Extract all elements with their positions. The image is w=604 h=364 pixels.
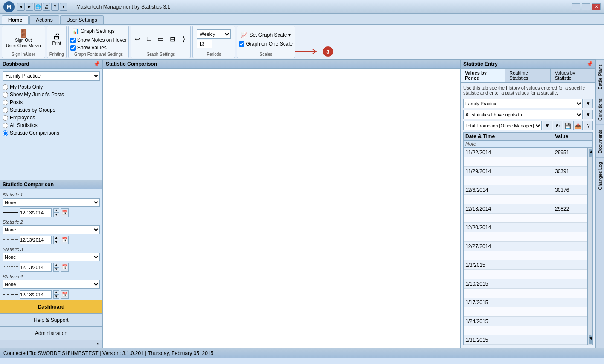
row-value (553, 227, 587, 228)
tab-conditions[interactable]: Conditions (596, 94, 604, 125)
graph-icon-btn-5[interactable]: ⟩ (179, 34, 189, 44)
table-row: 1/24/2015 (464, 317, 587, 326)
periods-number[interactable] (197, 40, 212, 48)
sign-out-button[interactable]: 🚪 Sign Out User: Chris Melvin (4, 28, 43, 49)
sidebar-pin-icon[interactable]: 📌 (93, 61, 100, 67)
table-row: 11/22/2014 29951 (464, 148, 587, 157)
radio-employees[interactable]: Employees (3, 114, 100, 121)
stat2-spin-up[interactable]: ▲ (53, 236, 59, 240)
dashboard-button[interactable]: Dashboard (0, 300, 102, 313)
tab-user-settings[interactable]: User Settings (60, 15, 104, 24)
right-table-body: 11/22/2014 29951 11/29/2014 30391 (463, 148, 593, 345)
globe-btn[interactable]: 🌐 (34, 3, 42, 11)
stat1-dropdown[interactable]: None (3, 198, 100, 207)
minimize-button[interactable]: — (572, 3, 580, 10)
right-total-promotion-dropdown[interactable]: Total Promotion [Office Manager] (463, 121, 542, 130)
maximize-button[interactable]: □ (582, 3, 590, 10)
print-button[interactable]: 🖨 Print (49, 31, 64, 47)
radio-statistics-by-groups[interactable]: Statistics by Groups (3, 106, 100, 114)
graph-icon-btn-3[interactable]: ▭ (155, 34, 166, 44)
right-export-button[interactable]: 📤 (573, 121, 583, 130)
table-row (464, 307, 587, 317)
right-description: Use this tab see the history of values e… (463, 85, 593, 95)
stat1-row: ▲ ▼ 📅 (3, 208, 100, 217)
stat4-date[interactable] (20, 290, 52, 299)
stat1-spin-up[interactable]: ▲ (53, 208, 59, 213)
row-value (553, 302, 587, 303)
set-graph-scale-button[interactable]: 📈 Set Graph Scale ▾ (239, 31, 293, 39)
ribbon-group-periods-items: Weekly Monthly Yearly (197, 27, 231, 51)
right-refresh-button[interactable]: ↻ (553, 121, 562, 130)
print-btn[interactable]: 🖨 (43, 3, 50, 11)
expand-button[interactable]: » (0, 340, 102, 348)
tab-battle-plans[interactable]: Battle Plans (596, 60, 604, 94)
radio-my-posts-only[interactable]: My Posts Only (3, 83, 100, 91)
graph-icon-btn-1[interactable]: ↩ (133, 34, 142, 44)
radio-statistics-by-groups-label: Statistics by Groups (10, 107, 55, 113)
scrollbar-up[interactable]: ▲ (589, 149, 592, 157)
right-scrollbar[interactable]: ▲ ▼ (587, 148, 592, 345)
close-button[interactable]: ✕ (592, 3, 601, 10)
back-btn[interactable]: ◄ (17, 3, 25, 11)
right-practice-dropdown-arrow[interactable]: ▼ (584, 99, 593, 108)
administration-button[interactable]: Administration (0, 326, 102, 340)
tab-values-by-period[interactable]: Values by Period (461, 69, 505, 82)
right-stats-rights-dropdown[interactable]: All statistics I have rights to (463, 110, 583, 119)
stat3-calendar[interactable]: 📅 (61, 263, 69, 272)
menu-btn[interactable]: ▼ (60, 3, 67, 11)
tab-actions[interactable]: Actions (29, 15, 59, 24)
stat4-spin-up[interactable]: ▲ (53, 290, 59, 295)
stat2-dropdown[interactable]: None (3, 225, 100, 234)
stat2-spin-down[interactable]: ▼ (53, 240, 59, 244)
stat3-date[interactable] (20, 263, 52, 272)
periods-dropdown[interactable]: Weekly Monthly Yearly (197, 29, 231, 39)
stat3-spin-down[interactable]: ▼ (53, 267, 59, 272)
tab-home[interactable]: Home (2, 15, 29, 24)
stat4-spin-down[interactable]: ▼ (53, 295, 59, 299)
graph-settings-button[interactable]: 📊 Graph Settings (70, 27, 117, 35)
radio-all-statistics[interactable]: All Statistics (3, 121, 100, 129)
show-notes-check[interactable]: Show Notes on Hover (70, 37, 127, 43)
radio-posts[interactable]: Posts (3, 98, 100, 106)
right-sidebar-pin[interactable]: 📌 (587, 61, 593, 67)
right-save-button[interactable]: 💾 (563, 121, 572, 130)
stat4-spin[interactable]: ▲ ▼ (53, 290, 59, 299)
right-practice-dropdown[interactable]: Family Practice (463, 99, 583, 108)
ribbon: 🚪 Sign Out User: Chris Melvin Sign In/Us… (0, 25, 604, 60)
stat2-date[interactable] (20, 236, 52, 244)
right-total-dropdown-arrow[interactable]: ▼ (543, 121, 552, 130)
graph-icon-btn-4[interactable]: ⊟ (168, 34, 177, 44)
tab-realtime-statistics[interactable]: Realtime Statistics (505, 69, 551, 82)
stat3-spin[interactable]: ▲ ▼ (53, 263, 59, 272)
show-values-check[interactable]: Show Values (70, 45, 107, 51)
statistic-comparison-title: Statistic Comparison (0, 180, 102, 189)
graph-icon-btn-2[interactable]: □ (144, 34, 154, 44)
right-stats-rights-dropdown-arrow[interactable]: ▼ (584, 110, 593, 119)
status-bar: Connected To: SWORDFISH\HMBSTEST | Versi… (0, 348, 604, 358)
stat1-date[interactable] (20, 208, 52, 217)
graph-one-scale-check[interactable]: Graph on One Scale (239, 41, 292, 47)
stat3-spin-up[interactable]: ▲ (53, 263, 59, 267)
scrollbar-space (587, 133, 592, 140)
practice-dropdown[interactable]: Family Practice (3, 71, 100, 81)
stat2-calendar[interactable]: 📅 (61, 236, 69, 244)
help-support-button[interactable]: Help & Support (0, 313, 102, 326)
radio-show-my-juniors[interactable]: Show My Junior's Posts (3, 91, 100, 98)
scrollbar-down[interactable]: ▼ (589, 335, 592, 344)
stat2-spin[interactable]: ▲ ▼ (53, 236, 59, 244)
fwd-btn[interactable]: ► (26, 3, 33, 11)
tab-documents[interactable]: Documents (596, 125, 604, 158)
stat1-calendar[interactable]: 📅 (61, 208, 69, 217)
stat1-spin-down[interactable]: ▼ (53, 213, 59, 217)
radio-statistic-comparisons[interactable]: Statistic Comparisons 1 (3, 129, 100, 137)
stat1-spin[interactable]: ▲ ▼ (53, 208, 59, 217)
help-btn[interactable]: ? (51, 3, 59, 11)
stat4-calendar[interactable]: 📅 (61, 290, 69, 299)
stat4-dropdown[interactable]: None (3, 280, 100, 289)
tab-changes-log[interactable]: Changes Log (596, 157, 604, 194)
stat3-dropdown[interactable]: None (3, 253, 100, 261)
app-title: Mastertech Management by Statistics 3.1 (76, 4, 170, 10)
right-help-button[interactable]: ? (584, 121, 593, 130)
left-sidebar: Dashboard 📌 Family Practice My Posts Onl… (0, 60, 103, 348)
tab-values-by-statistic[interactable]: Values by Statistic (551, 69, 595, 82)
